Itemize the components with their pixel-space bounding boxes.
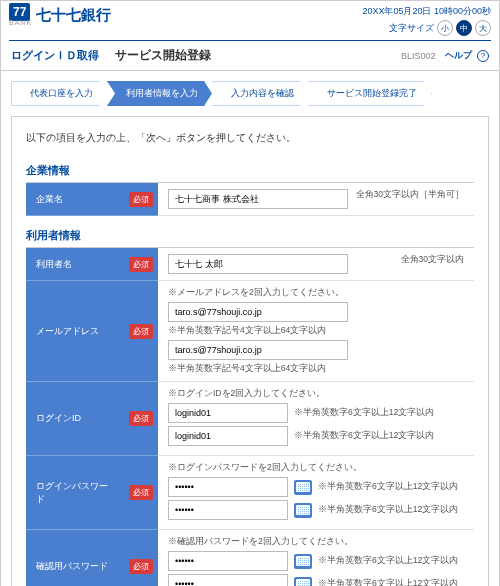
required-badge: 必須 <box>129 257 153 272</box>
label-confirm-pw: 確認用パスワード <box>26 530 124 587</box>
login-pw-input-1[interactable] <box>168 477 288 497</box>
hint-lpw-top: ※ログインパスワードを2回入力してください。 <box>168 462 464 474</box>
company-name-input[interactable] <box>168 189 348 209</box>
software-keyboard-icon[interactable] <box>294 503 312 518</box>
logo-sub: BANK <box>9 19 32 26</box>
mail-input-1[interactable] <box>168 302 348 322</box>
required-badge: 必須 <box>129 192 153 207</box>
required-badge: 必須 <box>129 411 153 426</box>
label-user-name: 利用者名 <box>26 248 124 281</box>
required-badge: 必須 <box>129 324 153 339</box>
login-id-input-1[interactable] <box>168 403 288 423</box>
hint-login-1: ※半角英数字6文字以上12文字以内 <box>294 407 434 419</box>
help-icon: ? <box>477 50 489 62</box>
hint-lpw-1: ※半角英数字6文字以上12文字以内 <box>318 481 458 493</box>
hint-cpw-1: ※半角英数字6文字以上12文字以内 <box>318 555 458 567</box>
hint-lpw-2: ※半角英数字6文字以上12文字以内 <box>318 504 458 516</box>
screen-code: BLIS002 <box>401 51 436 61</box>
page-category: ログインＩＤ取得 <box>11 48 99 63</box>
instruction-text: 以下の項目を入力の上、「次へ」ボタンを押してください。 <box>26 131 474 145</box>
bank-logo: 77 BANK 七十七銀行 <box>9 5 111 26</box>
label-login-id: ログインID <box>26 382 124 456</box>
label-company-name: 企業名 <box>26 183 124 216</box>
section-user-title: 利用者情報 <box>26 228 474 248</box>
label-mail: メールアドレス <box>26 281 124 382</box>
login-pw-input-2[interactable] <box>168 500 288 520</box>
font-size-small-button[interactable]: 小 <box>437 20 453 36</box>
hint-mail-top: ※メールアドレスを2回入力してください。 <box>168 287 464 299</box>
required-badge: 必須 <box>129 559 153 574</box>
step-2: 利用者情報を入力 <box>107 81 212 106</box>
login-id-input-2[interactable] <box>168 426 288 446</box>
hint-mail-2: ※半角英数字記号4文字以上64文字以内 <box>168 363 464 375</box>
hint-login-top: ※ログインIDを2回入力してください。 <box>168 388 464 400</box>
hint-company: 全角30文字以内［半角可］ <box>356 189 464 201</box>
software-keyboard-icon[interactable] <box>294 554 312 569</box>
label-login-pw: ログインパスワード <box>26 456 124 530</box>
hint-cpw-2: ※半角英数字6文字以上12文字以内 <box>318 578 458 586</box>
step-4: サービス開始登録完了 <box>308 81 432 106</box>
hint-cpw-top: ※確認用パスワードを2回入力してください。 <box>168 536 464 548</box>
page-title: サービス開始登録 <box>115 47 211 64</box>
help-label: ヘルプ <box>445 50 472 60</box>
bank-name: 七十七銀行 <box>36 6 111 25</box>
step-indicator: 代表口座を入力 利用者情報を入力 入力内容を確認 サービス開始登録完了 <box>1 71 499 116</box>
font-size-label: 文字サイズ <box>389 22 434 35</box>
datetime-label: 20XX年05月20日 10時00分00秒 <box>362 5 491 18</box>
font-size-medium-button[interactable]: 中 <box>456 20 472 36</box>
mail-input-2[interactable] <box>168 340 348 360</box>
font-size-large-button[interactable]: 大 <box>475 20 491 36</box>
confirm-pw-input-1[interactable] <box>168 551 288 571</box>
help-link[interactable]: ヘルプ ? <box>445 49 489 62</box>
section-company-title: 企業情報 <box>26 163 474 183</box>
step-3: 入力内容を確認 <box>212 81 308 106</box>
confirm-pw-input-2[interactable] <box>168 574 288 586</box>
software-keyboard-icon[interactable] <box>294 577 312 587</box>
user-name-input[interactable] <box>168 254 348 274</box>
step-1: 代表口座を入力 <box>11 81 107 106</box>
software-keyboard-icon[interactable] <box>294 480 312 495</box>
hint-mail-1: ※半角英数字記号4文字以上64文字以内 <box>168 325 464 337</box>
hint-user: 全角30文字以内 <box>401 254 464 266</box>
hint-login-2: ※半角英数字6文字以上12文字以内 <box>294 430 434 442</box>
required-badge: 必須 <box>129 485 153 500</box>
